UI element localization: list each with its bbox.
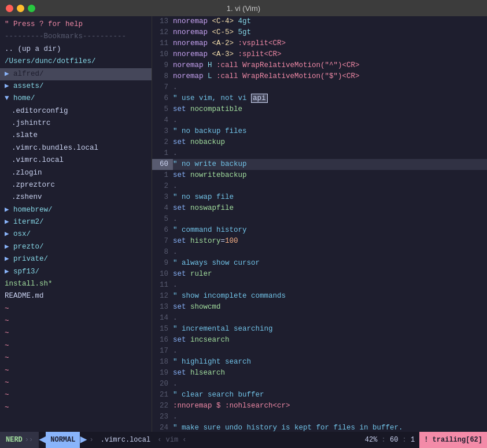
editor-line: 1 set nowritebackup (152, 170, 487, 181)
sidebar-item-iterm2[interactable]: ▶ iterm2/ (0, 216, 152, 228)
close-button[interactable] (6, 5, 13, 12)
private-dir-label: private/ (13, 255, 48, 263)
editor-line: 9 noremap H :call WrapRelativeMotion("^"… (152, 60, 487, 71)
mode-arrow-left: ◀ (39, 432, 46, 448)
sidebar-item-assets[interactable]: ▶ assets/ (0, 80, 152, 92)
editor-line: 7 . (152, 82, 487, 93)
homebrew-dir-label: homebrew/ (13, 206, 53, 214)
editor-line: 12 nnoremap <C-5> 5gt (152, 27, 487, 38)
sidebar-item-prezto[interactable]: ▶ prezto/ (0, 241, 152, 253)
nerd-label: NERD (6, 436, 23, 444)
editor-line: 22 :nnoremap $ :nohlsearch<cr> (152, 401, 487, 412)
readme-label: README.md (5, 292, 44, 300)
scroll-percent: 42% : 60 : 1 (360, 436, 419, 444)
chevron-right-icon: ▶ (5, 243, 13, 251)
editor-line: 17 . (152, 346, 487, 357)
chevron-right-icon: ▶ (5, 268, 13, 276)
sidebar-item-jshintrc[interactable]: .jshintrc (0, 117, 152, 129)
sidebar-item-osx[interactable]: ▶ osx/ (0, 228, 152, 240)
prezto-dir-label: prezto/ (13, 243, 44, 251)
vimrc-local-label: .vimrc.local (12, 156, 64, 164)
editor-line: 4 set noswapfile (152, 203, 487, 214)
sidebar-item-home[interactable]: ▼ home/ (0, 92, 152, 105)
chevron-right-icon: ▶ (5, 230, 13, 238)
filename-label: .vimrc.local (101, 436, 150, 444)
editor-line: 5 . (152, 214, 487, 225)
sidebar-item-tilde-6: ~ (0, 365, 152, 377)
statusbar-sep2: ‹ vim ‹ (155, 436, 189, 444)
chevron-right-icon: ▶ (5, 70, 13, 78)
sidebar-help-text: " Press ? for help (0, 18, 152, 31)
install-label: install.sh* (5, 280, 53, 288)
mode-arrow-right: ▶ (80, 432, 87, 448)
sidebar-item-homebrew[interactable]: ▶ homebrew/ (0, 204, 152, 216)
sidebar-item-tilde-4: ~ (0, 340, 152, 352)
editor-line: 21 " clear search buffer (152, 390, 487, 401)
sidebar-item-tilde-1: ~ (0, 303, 152, 315)
editor-line: 16 set incsearch (152, 335, 487, 346)
chevron-right-icon: ▶ (5, 82, 13, 90)
home-dir-label: home/ (13, 94, 35, 102)
sidebar-item-editorconfig[interactable]: .editorconfig (0, 105, 152, 117)
sidebar-item-install[interactable]: install.sh* (0, 278, 152, 290)
sidebar-item-spf13[interactable]: ▶ spf13/ (0, 266, 152, 278)
editor-line: 20 . (152, 379, 487, 390)
editor-line: 24 " make sure undo history is kept for … (152, 423, 487, 432)
sidebar-item-zpreztorc[interactable]: .zpreztorc (0, 179, 152, 191)
sidebar-item-zshenv[interactable]: .zshenv (0, 191, 152, 203)
statusbar-error: ! trailing[62] (419, 432, 487, 448)
up-dir-label: .. (up a dir) (5, 45, 61, 53)
maximize-button[interactable] (28, 5, 35, 12)
chevron-right-icon: ▶ (5, 255, 13, 263)
minimize-button[interactable] (17, 5, 24, 12)
editor-line: 8 noremap L :call WrapRelativeMotion("$"… (152, 71, 487, 82)
statusbar-mode: NORMAL (46, 432, 80, 448)
sidebar-item-slate[interactable]: .slate (0, 129, 152, 142)
editor-line: 23 . (152, 412, 487, 423)
editor-line: 3 " no backup files (152, 126, 487, 137)
statusbar-nerd: NERD ›› (0, 432, 39, 448)
sidebar-item-alfred[interactable]: ▶ alfred/ (0, 68, 152, 80)
sidebar-item-up[interactable]: .. (up a dir) (0, 43, 152, 55)
root-path-label: /Users/dunc/dotfiles/ (5, 57, 96, 65)
sidebar-divider: ---------Bookmarks---------- (0, 31, 152, 43)
editor-line: 19 set hlsearch (152, 368, 487, 379)
sidebar-item-vimrc-local[interactable]: .vimrc.local (0, 154, 152, 166)
alfred-dir-label: alfred/ (13, 70, 44, 78)
editor-line: 15 " incremental searching (152, 324, 487, 335)
editor-line: 5 set nocompatible (152, 104, 487, 115)
zshenv-label: .zshenv (12, 193, 42, 201)
sidebar-item-private[interactable]: ▶ private/ (0, 253, 152, 265)
editor-line: 1 . (152, 148, 487, 159)
statusbar-right: 42% : 60 : 1 ! trailing[62] (360, 432, 487, 448)
editorconfig-label: .editorconfig (12, 107, 68, 115)
osx-dir-label: osx/ (13, 230, 31, 238)
window-title: 1. vi (Vim) (227, 4, 260, 13)
editor-line: 6 " command history (152, 225, 487, 236)
sidebar-item-tilde-5: ~ (0, 352, 152, 364)
editor-line: 18 " highlight search (152, 357, 487, 368)
window-controls (6, 5, 35, 12)
statusbar: NERD ›› ◀ NORMAL ▶ › .vimrc.local ‹ vim … (0, 432, 487, 448)
error-label: ! trailing[62] (424, 436, 482, 444)
mode-label: NORMAL (50, 436, 75, 444)
sidebar-item-zlogin[interactable]: .zlogin (0, 167, 152, 179)
editor-line: 13 set showcmd (152, 302, 487, 313)
zlogin-label: .zlogin (12, 169, 42, 177)
sidebar-item-readme[interactable]: README.md (0, 290, 152, 302)
editor-line: 9 " always show cursor (152, 258, 487, 269)
slate-label: .slate (12, 131, 38, 139)
chevron-right-icon: ▶ (5, 206, 13, 214)
sidebar-item-vimrc-bundles[interactable]: .vimrc.bundles.local (0, 142, 152, 154)
jshintrc-label: .jshintrc (12, 119, 51, 127)
editor-line: 11 nnoremap <A-2> :vsplit<CR> (152, 38, 487, 49)
editor-line: 2 set nobackup (152, 137, 487, 148)
sidebar-item-root-path[interactable]: /Users/dunc/dotfiles/ (0, 55, 152, 68)
editor-line: 6 " use vim, not vi api (152, 93, 487, 104)
editor-line: 13 nnoremap <C-4> 4gt (152, 16, 487, 27)
editor-line: 8 . (152, 247, 487, 258)
sidebar-item-tilde-8: ~ (0, 389, 152, 401)
editor-line: 3 " no swap file (152, 192, 487, 203)
sidebar-item-tilde-7: ~ (0, 377, 152, 389)
editor-area[interactable]: 13 nnoremap <C-4> 4gt 12 nnoremap <C-5> … (152, 16, 487, 432)
